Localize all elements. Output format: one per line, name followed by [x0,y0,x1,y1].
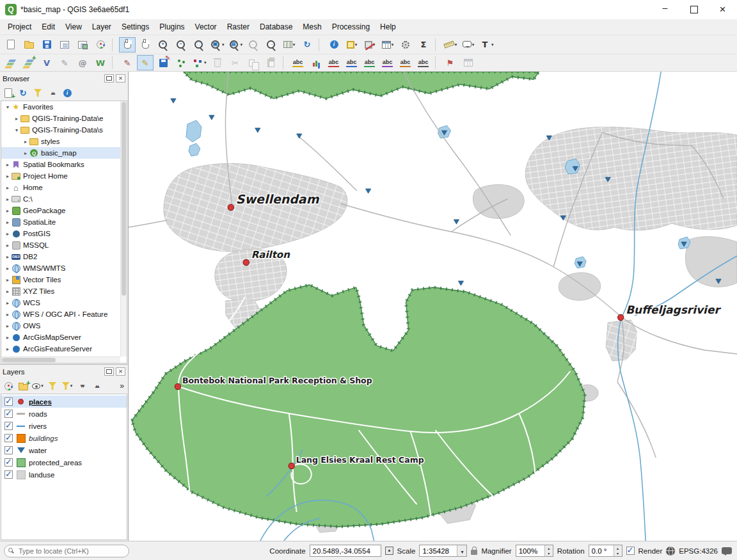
coordinate-input[interactable] [310,545,381,557]
browser-item-qgis-training-data-e[interactable]: ▸QGIS-Training-Data\e [1,113,120,124]
filter-legend-button[interactable] [45,379,59,393]
highlight-pinned-labels-button[interactable]: abc [361,55,378,70]
expander-icon[interactable]: ▸ [4,162,12,168]
layers-float-button[interactable] [104,367,114,376]
properties-button[interactable] [60,86,74,100]
menu-settings[interactable]: Settings [116,20,154,33]
expander-icon[interactable]: ▸ [4,196,12,202]
browser-item-wcs[interactable]: ▸WCS [1,297,120,308]
browser-item-wfs-ogc-api-feature[interactable]: ▸WFS / OGC API - Feature [1,308,120,320]
open-layer-styling-button[interactable] [1,379,15,393]
scrollbar-thumb[interactable] [2,358,56,362]
zoom-full-button[interactable]: □ [191,37,207,52]
open-attribute-table-button[interactable] [379,37,396,52]
render-checkbox[interactable] [626,547,635,555]
refresh-browser-button[interactable] [16,86,30,100]
layer-checkbox[interactable] [4,458,13,467]
browser-item-xyz-tiles[interactable]: ▸XYZ Tiles [1,285,120,297]
browser-item-spatial-bookmarks[interactable]: ▸Spatial Bookmarks [1,159,120,170]
current-edits-button[interactable]: ✎ [119,55,136,70]
scrollbar-thumb[interactable] [122,102,126,296]
menu-plugins[interactable]: Plugins [154,20,189,33]
expander-icon[interactable]: ▸ [22,150,29,156]
new-map-view-button[interactable] [281,37,297,52]
save-layer-edits-button[interactable] [155,55,171,70]
show-layout-manager-button[interactable] [74,37,91,52]
browser-item-basic-map[interactable]: ▸basic_map [1,147,120,159]
browser-item-vector-tiles[interactable]: ▸Vector Tiles [1,274,120,285]
paste-features-button[interactable] [263,55,280,70]
layers-close-button[interactable] [116,367,125,376]
layer-checkbox[interactable] [4,422,13,430]
filter-by-expression-button[interactable] [60,379,74,393]
expander-icon[interactable]: ▸ [4,231,12,237]
spin-down-button[interactable] [545,551,553,557]
lock-scale-icon[interactable] [471,550,477,555]
browser-float-button[interactable] [104,74,114,83]
collapse-all-button[interactable] [90,379,104,393]
cut-features-button[interactable]: ✂ [227,55,244,70]
browser-vertical-scrollbar[interactable] [120,101,127,356]
browser-item-spatialite[interactable]: ▸SpatiaLite [1,216,120,228]
open-project-button[interactable] [20,37,37,52]
add-wms-layer-button[interactable]: W [92,55,109,70]
browser-item-c-[interactable]: ▸C:\ [1,193,120,205]
filter-browser-button[interactable] [31,86,45,100]
menu-processing[interactable]: Processing [327,20,375,33]
layer-item-roads[interactable]: roads [1,408,127,420]
new-virtual-layer-button[interactable]: V [38,55,55,70]
crs-globe-icon[interactable] [666,547,675,556]
locate-input[interactable] [4,545,129,557]
select-features-button[interactable] [344,37,360,52]
new-project-button[interactable] [3,37,19,52]
labeling-rules-button[interactable]: abc [326,55,342,70]
expander-icon[interactable]: ▸ [4,208,12,214]
show-spatial-bookmarks-button[interactable] [460,55,477,70]
zoom-to-selection-button[interactable]: ▣ [209,37,226,52]
vertex-tool-button[interactable] [191,55,208,70]
scale-input[interactable] [420,545,457,556]
pin-unpin-labels-button[interactable]: abc [344,55,360,70]
identify-features-button[interactable] [326,37,342,52]
extents-toggle-icon[interactable] [385,547,393,555]
minimize-button[interactable] [651,0,679,19]
rotation-input[interactable] [589,545,614,556]
browser-item-postgis[interactable]: ▸PostGIS [1,228,120,239]
copy-features-button[interactable] [245,55,262,70]
layer-checkbox[interactable] [4,410,13,418]
layer-diagram-options-button[interactable] [308,55,324,70]
expander-icon[interactable]: ▸ [4,346,12,352]
layer-item-water[interactable]: water [1,444,127,456]
layer-item-protected_areas[interactable]: protected_areas [1,456,127,468]
refresh-map-button[interactable]: ↻ [299,37,315,52]
menu-mesh[interactable]: Mesh [297,20,326,33]
layer-checkbox[interactable] [4,397,13,406]
add-group-button[interactable] [16,379,30,393]
options-button[interactable] [397,37,414,52]
menu-view[interactable]: View [60,20,87,33]
spin-up-button[interactable] [614,545,622,551]
new-spatial-bookmark-button[interactable]: ⚑ [442,55,459,70]
expander-icon[interactable]: ▸ [4,266,12,271]
browser-item-styles[interactable]: ▸styles [1,136,120,147]
expander-icon[interactable]: ▾ [4,104,12,110]
map-canvas[interactable]: Swellendam Railton Buffeljagsrivier Bont… [129,72,737,541]
toggle-editing-button[interactable]: ✎ [137,55,154,70]
menu-project[interactable]: Project [3,20,36,33]
browser-close-button[interactable] [116,74,125,83]
change-label-properties-button[interactable]: abc [415,55,432,70]
expander-icon[interactable]: ▸ [4,185,12,191]
expander-icon[interactable]: ▸ [22,139,29,145]
maximize-button[interactable] [679,0,708,19]
browser-horizontal-scrollbar[interactable] [1,356,120,363]
layer-item-rivers[interactable]: rivers [1,420,127,432]
browser-item-project-home[interactable]: ▸Project Home [1,170,120,182]
expander-icon[interactable]: ▾ [13,127,20,133]
expander-icon[interactable]: ▸ [4,173,12,179]
new-shapefile-layer-button[interactable]: ✎ [56,55,73,70]
menu-help[interactable]: Help [375,20,401,33]
messages-icon[interactable] [722,547,732,554]
expander-icon[interactable]: ▸ [4,277,12,283]
layer-item-buildings[interactable]: buildings [1,432,127,444]
rotate-label-button[interactable]: abc [397,55,414,70]
